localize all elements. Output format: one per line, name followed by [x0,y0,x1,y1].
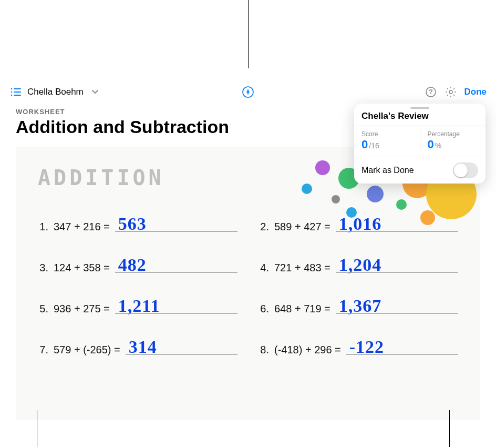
review-title: Chella's Review [354,111,485,126]
problem-expression: 648 + 719 = [274,303,330,315]
svg-text:?: ? [429,88,433,96]
score-cell[interactable]: Score 0 /16 [354,126,420,157]
problem-cell[interactable]: 5.936 + 275 =1,211 [38,297,237,315]
student-name-dropdown[interactable]: Chella Boehm [27,87,84,97]
handwritten-answer: 1,367 [339,296,382,316]
callout-line-right [449,410,450,447]
percentage-cell[interactable]: Percentage 0 % [420,126,486,157]
answer-field[interactable]: 1,204 [336,256,458,274]
answer-field[interactable]: 482 [115,256,237,274]
problem-cell[interactable]: 3.124 + 358 =482 [38,256,237,274]
problem-number: 2. [259,221,269,233]
handwritten-answer: -122 [349,337,384,357]
svg-point-2 [11,91,13,93]
handwritten-answer: 1,204 [339,255,382,275]
svg-point-0 [11,88,13,89]
problem-number: 5. [38,303,48,315]
percentage-suffix: % [435,141,441,150]
answer-field[interactable]: 563 [115,215,237,233]
answer-field[interactable]: 314 [126,338,237,356]
score-total: /16 [369,141,379,150]
student-name-label: Chella Boehm [27,87,84,97]
problem-expression: 579 + (-265) = [54,344,120,356]
svg-point-24 [367,186,384,202]
svg-point-19 [302,184,312,194]
mark-done-toggle[interactable] [453,162,478,178]
svg-line-17 [447,95,448,96]
markup-pen-icon[interactable] [242,86,254,98]
problem-cell[interactable]: 7.579 + (-265) =314 [38,338,237,356]
problem-expression: (-418) + 296 = [274,344,341,356]
problem-number: 4. [259,262,269,274]
top-bar: Chella Boehm ? Done [6,82,490,103]
problem-cell[interactable]: 2.589 + 427 =1,016 [259,215,458,233]
svg-point-26 [396,199,407,210]
drag-handle[interactable] [410,107,429,109]
percentage-value: 0 [428,138,434,151]
handwritten-answer: 1,016 [339,214,382,234]
handwritten-answer: 482 [118,255,147,275]
help-icon[interactable]: ? [425,86,437,98]
svg-point-10 [449,90,452,94]
problem-cell[interactable]: 6.648 + 719 =1,367 [259,297,458,315]
problems-grid: 1.347 + 216 =5632.589 + 427 =1,0163.124 … [16,215,480,379]
score-value: 0 [361,138,368,151]
answer-field[interactable]: 1,211 [115,297,237,315]
percentage-label: Percentage [428,130,479,138]
gear-icon[interactable] [445,86,457,98]
svg-line-15 [447,88,448,89]
done-button[interactable]: Done [464,87,487,97]
problem-number: 8. [259,344,269,356]
app-window: Chella Boehm ? Done WORKSHEET Addition a… [6,82,490,411]
mark-done-label: Mark as Done [361,166,414,175]
problem-expression: 124 + 358 = [54,262,110,274]
answer-field[interactable]: 1,016 [336,215,458,233]
problem-number: 7. [38,344,48,356]
worksheet-sheet[interactable]: ADDITION 1.347 + 216 =5632.589 + 427 =1,… [16,147,480,420]
handwritten-answer: 563 [118,214,147,234]
handwritten-answer: 314 [129,337,157,357]
problem-number: 1. [38,221,48,233]
svg-point-4 [11,94,13,96]
svg-line-18 [453,88,454,89]
callout-line-left [37,410,37,447]
problem-expression: 721 + 483 = [274,262,330,274]
problem-expression: 347 + 216 = [54,221,110,233]
svg-point-20 [315,160,330,175]
chevron-down-icon[interactable] [89,86,101,98]
problem-cell[interactable]: 4.721 + 483 =1,204 [259,256,458,274]
answer-field[interactable]: 1,367 [336,297,458,315]
svg-point-21 [332,195,340,203]
callout-line-top [248,0,249,68]
problem-cell[interactable]: 8.(-418) + 296 =-122 [259,338,458,356]
review-panel[interactable]: Chella's Review Score 0 /16 Percentage 0… [354,104,485,184]
handwritten-answer: 1,211 [118,296,160,316]
answer-field[interactable]: -122 [346,338,458,356]
score-label: Score [361,130,412,138]
problem-number: 3. [38,262,48,274]
problem-cell[interactable]: 1.347 + 216 =563 [38,215,237,233]
list-icon[interactable] [9,86,22,98]
problem-expression: 589 + 427 = [274,221,330,233]
problem-number: 6. [259,303,269,315]
problem-expression: 936 + 275 = [54,303,110,315]
svg-line-16 [453,95,454,96]
